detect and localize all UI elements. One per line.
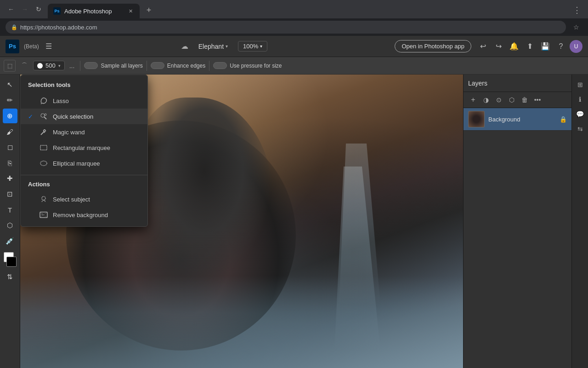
brush-size-selector[interactable]: 500 ▾	[33, 61, 65, 70]
add-layer-button[interactable]: +	[467, 94, 479, 106]
healing-tool[interactable]: ✚	[3, 171, 17, 186]
marquee-tool-btn[interactable]: ⬚	[4, 60, 16, 72]
enhance-edges-label: Enhance edges	[167, 63, 205, 69]
select-subject-label: Select subject	[53, 196, 90, 203]
magic-wand-item[interactable]: ✓ Magic wand	[21, 124, 147, 140]
notifications-button[interactable]: 🔔	[507, 40, 521, 53]
svg-point-0	[41, 114, 45, 117]
beta-label: (Beta)	[24, 43, 39, 50]
layers-panel-icon[interactable]: ⊞	[574, 78, 587, 91]
address-bar-row: 🔒 https://photoshop.adobe.com ☆	[0, 18, 588, 36]
brush-dot	[37, 63, 43, 69]
crop-tool[interactable]: ⊡	[3, 187, 17, 201]
rectangular-marquee-item[interactable]: ✓ Rectangular marquee	[21, 140, 147, 155]
chevron-down-icon: ▾	[226, 44, 228, 49]
background-layer-item[interactable]: Background 🔒	[464, 108, 571, 131]
browser-menu-btn[interactable]: ⋮	[571, 4, 583, 17]
remove-bg-icon	[39, 210, 48, 219]
ps-logo: Ps	[6, 40, 19, 53]
layers-panel: Layers + ◑ ⊙ ⬡ 🗑 •••	[463, 75, 571, 368]
remove-background-label: Remove background	[53, 212, 108, 218]
expand-panel-icon[interactable]: ⇆	[574, 122, 587, 135]
file-name-button[interactable]: Elephant ▾	[194, 41, 232, 52]
enhance-edges-toggle[interactable]: Enhance edges	[151, 62, 205, 69]
rect-marquee-label: Rectangular marquee	[53, 144, 110, 151]
share-button[interactable]: ⬆	[523, 40, 537, 53]
cloud-save-button[interactable]: 💾	[538, 40, 552, 53]
svg-rect-14	[43, 215, 45, 217]
properties-panel-icon[interactable]: ℹ	[574, 93, 587, 106]
undo-button[interactable]: ↩	[476, 40, 490, 53]
right-panel-area: Layers + ◑ ⊙ ⬡ 🗑 •••	[463, 75, 588, 368]
brush-tool[interactable]: 🖌	[3, 124, 17, 139]
tab-title: Adobe Photoshop	[64, 8, 112, 15]
svg-line-1	[44, 117, 46, 119]
refresh-button[interactable]: ↻	[32, 3, 45, 16]
ellipse-marquee-label: Elliptical marquee	[53, 160, 100, 167]
adjustment-tool[interactable]: ⇅	[3, 270, 17, 284]
brush-chevron-icon: ▾	[58, 63, 61, 68]
tab[interactable]: Ps Adobe Photoshop ✕	[48, 4, 140, 18]
sample-all-layers-toggle[interactable]: Sample all layers	[84, 62, 142, 69]
toolbar-row: ⬚ ⌒ 500 ▾ ... Sample all layers Enhance …	[0, 57, 588, 75]
layer-lock-icon: 🔒	[560, 116, 567, 123]
selection-tools-section-title: Selection tools	[21, 79, 147, 93]
layer-more-options[interactable]: •••	[531, 94, 543, 106]
layers-list: Background 🔒	[464, 108, 571, 368]
move-tool[interactable]: ↖	[3, 77, 17, 92]
quick-selection-icon	[39, 112, 48, 121]
use-pressure-switch[interactable]	[213, 62, 227, 69]
pen-tool[interactable]: ✏	[3, 93, 17, 108]
back-button[interactable]: ←	[5, 3, 17, 16]
use-pressure-label: Use pressure for size	[230, 63, 282, 69]
lasso-tool-btn[interactable]: ⌒	[18, 60, 30, 72]
user-avatar[interactable]: U	[570, 40, 582, 53]
elliptical-marquee-item[interactable]: ✓ Elliptical marquee	[21, 155, 147, 171]
smart-object-layer-button[interactable]: ⬡	[506, 94, 518, 106]
background-color[interactable]	[6, 257, 17, 267]
select-subject-item[interactable]: Select subject	[21, 191, 147, 207]
color-indicator[interactable]	[3, 252, 17, 267]
quick-selection-tool[interactable]: ⊕	[3, 109, 17, 123]
svg-rect-13	[41, 213, 43, 215]
bookmark-btn[interactable]: ☆	[570, 21, 582, 34]
smart-object-tool[interactable]: ⬡	[3, 218, 17, 233]
cloud-icon: ☁	[181, 42, 188, 51]
enhance-edges-switch[interactable]	[151, 62, 164, 69]
new-tab-button[interactable]: +	[142, 4, 155, 17]
open-in-photoshop-button[interactable]: Open in Photoshop app	[395, 40, 471, 52]
hamburger-menu[interactable]: ☰	[44, 40, 54, 52]
layer-mask-button[interactable]: ⊙	[493, 94, 505, 106]
layers-panel-title: Layers	[468, 80, 567, 87]
tab-close[interactable]: ✕	[127, 7, 134, 15]
eyedropper-tool[interactable]: 💉	[3, 234, 17, 248]
lasso-check: ✓	[28, 98, 34, 104]
zoom-button[interactable]: 100% ▾	[238, 41, 267, 52]
adjustment-layer-button[interactable]: ◑	[480, 94, 492, 106]
more-options-button[interactable]: ...	[68, 60, 77, 71]
lasso-item[interactable]: ✓ Lasso	[21, 93, 147, 109]
lock-icon: 🔒	[11, 24, 17, 30]
tools-panel: ↖ ✏ ⊕ 🖌 ◻ ⎘ ✚ ⊡ T ⬡ 💉 ⇅	[0, 75, 20, 368]
select-subject-icon	[39, 195, 48, 204]
address-bar[interactable]: 🔒 https://photoshop.adobe.com	[6, 21, 566, 34]
rect-marquee-check: ✓	[28, 144, 34, 151]
svg-point-10	[40, 161, 47, 166]
eraser-tool[interactable]: ◻	[3, 140, 17, 155]
dropdown-divider	[21, 175, 147, 175]
quick-selection-item[interactable]: ✓ Quick selection	[21, 109, 147, 124]
type-tool[interactable]: T	[3, 202, 17, 217]
sample-all-layers-switch[interactable]	[84, 62, 98, 69]
help-button[interactable]: ?	[554, 40, 568, 53]
svg-rect-9	[40, 145, 47, 150]
use-pressure-toggle[interactable]: Use pressure for size	[213, 62, 282, 69]
chat-icon[interactable]: 💬	[574, 108, 587, 121]
layers-panel-header: Layers	[464, 75, 571, 92]
remove-background-item[interactable]: Remove background	[21, 207, 147, 223]
delete-layer-button[interactable]: 🗑	[519, 94, 531, 106]
clone-stamp-tool[interactable]: ⎘	[3, 155, 17, 170]
forward-button[interactable]: →	[18, 3, 31, 16]
layer-name: Background	[488, 116, 556, 123]
redo-button[interactable]: ↪	[492, 40, 505, 53]
tab-favicon: Ps	[53, 7, 61, 15]
